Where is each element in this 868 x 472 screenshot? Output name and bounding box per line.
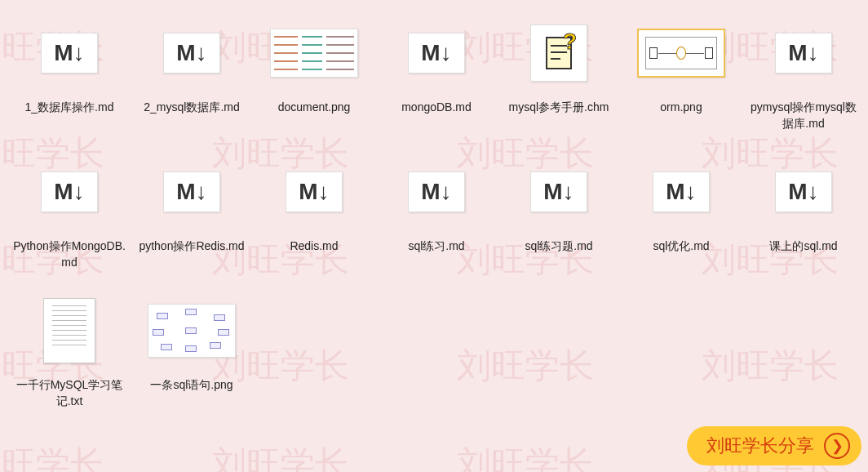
file-item[interactable]: 一千行MySQL学习笔记.txt: [8, 286, 131, 425]
text-file-icon: [43, 298, 95, 363]
image-thumbnail-icon: [270, 29, 358, 78]
file-label: sql练习.md: [408, 238, 464, 255]
file-label: 课上的sql.md: [769, 238, 837, 255]
file-icon: M↓: [759, 16, 848, 90]
file-icon: M↓: [392, 155, 481, 229]
markdown-icon: M↓: [775, 33, 832, 73]
file-icon: [147, 294, 237, 367]
file-icon: M↓: [147, 16, 237, 90]
file-icon: M↓: [636, 155, 726, 229]
file-icon: M↓: [147, 155, 237, 229]
image-thumbnail-icon: [148, 304, 236, 358]
file-item[interactable]: M↓sql练习题.md: [498, 147, 620, 286]
file-label: pymysql操作mysql数据库.md: [746, 100, 861, 131]
file-icon: M↓: [24, 155, 114, 229]
file-icon: [269, 16, 359, 90]
markdown-icon: M↓: [775, 171, 832, 212]
file-label: 一条sql语句.png: [150, 377, 232, 394]
file-label: Python操作MongoDB.md: [12, 238, 126, 270]
file-icon: ?: [514, 16, 604, 90]
markdown-icon: M↓: [530, 171, 587, 212]
file-item[interactable]: M↓sql优化.md: [620, 147, 742, 286]
file-label: mongoDB.md: [401, 100, 472, 116]
watermark-text: 刘旺学长: [212, 441, 349, 472]
markdown-icon: M↓: [408, 171, 465, 212]
file-item[interactable]: M↓mongoDB.md: [375, 8, 498, 147]
help-file-icon: ?: [530, 24, 587, 82]
file-grid: M↓1_数据库操作.mdM↓2_mysql数据库.mddocument.pngM…: [0, 0, 868, 433]
file-item[interactable]: M↓2_mysql数据库.md: [131, 8, 253, 147]
share-badge[interactable]: 刘旺学长分享 ❯: [687, 426, 861, 465]
image-thumbnail-icon: [637, 29, 725, 78]
file-icon: M↓: [24, 16, 114, 90]
file-icon: M↓: [269, 155, 359, 229]
file-label: document.png: [278, 100, 351, 116]
file-icon: M↓: [392, 16, 481, 90]
file-icon: M↓: [759, 155, 848, 229]
arrow-icon: ❯: [824, 433, 850, 459]
file-item[interactable]: ?mysql参考手册.chm: [498, 8, 620, 147]
file-item[interactable]: M↓sql练习.md: [375, 147, 498, 286]
markdown-icon: M↓: [41, 171, 98, 212]
file-icon: [636, 16, 726, 90]
markdown-icon: M↓: [408, 33, 465, 73]
file-item[interactable]: M↓课上的sql.md: [742, 147, 865, 286]
file-item[interactable]: M↓Redis.md: [253, 147, 375, 286]
file-item[interactable]: orm.png: [620, 8, 742, 147]
markdown-icon: M↓: [653, 171, 710, 212]
file-label: 1_数据库操作.md: [25, 100, 114, 116]
file-label: sql优化.md: [653, 238, 709, 255]
markdown-icon: M↓: [163, 33, 220, 73]
file-icon: [24, 294, 114, 367]
watermark-text: 刘旺学长: [0, 441, 104, 472]
file-item[interactable]: document.png: [253, 8, 375, 147]
markdown-icon: M↓: [41, 33, 98, 73]
file-item[interactable]: M↓pymysql操作mysql数据库.md: [742, 8, 865, 147]
watermark-text: 刘旺学长: [457, 441, 594, 472]
file-label: 一千行MySQL学习笔记.txt: [12, 377, 126, 409]
markdown-icon: M↓: [163, 171, 220, 212]
file-label: python操作Redis.md: [139, 238, 244, 255]
file-label: sql练习题.md: [525, 238, 592, 255]
file-label: Redis.md: [290, 238, 338, 255]
file-icon: M↓: [514, 155, 604, 229]
markdown-icon: M↓: [286, 171, 343, 212]
share-text: 刘旺学长分享: [706, 434, 814, 458]
file-item[interactable]: 一条sql语句.png: [131, 286, 253, 425]
file-item[interactable]: M↓Python操作MongoDB.md: [8, 147, 131, 286]
file-label: 2_mysql数据库.md: [144, 100, 239, 116]
file-label: mysql参考手册.chm: [509, 100, 609, 116]
file-item[interactable]: M↓python操作Redis.md: [131, 147, 253, 286]
file-label: orm.png: [660, 100, 702, 116]
file-item[interactable]: M↓1_数据库操作.md: [8, 8, 131, 147]
